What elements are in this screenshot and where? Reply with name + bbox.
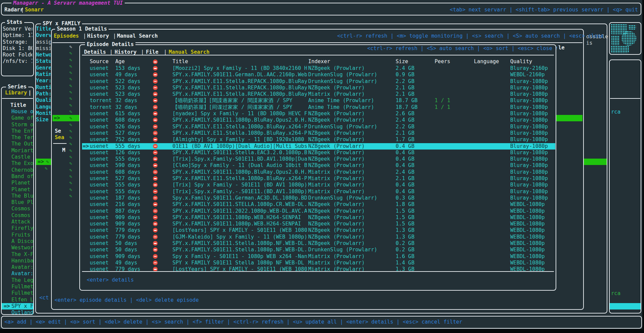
release-quality: Bluray-1080p xyxy=(510,130,548,136)
episode-row[interactable]: ✎ xyxy=(69,180,76,186)
tab-manual-search[interactable]: Manual Search xyxy=(117,33,158,39)
series-row[interactable]: Hanniba xyxy=(2,258,33,264)
release-row[interactable]: usenet 555 days [Trix].Spy.x.Family.-.S0… xyxy=(82,189,555,195)
episode-row[interactable]: ✎ xyxy=(69,122,76,128)
series-row[interactable]: Cosmos xyxy=(2,206,33,212)
episode-row[interactable]: ✎ xyxy=(69,63,76,70)
release-row[interactable]: usenet 50 days SPY.x.FAMILY.S01E11.Stell… xyxy=(82,247,555,253)
release-row[interactable]: usenet 590 days [Cleo]Spy x Family - 11 … xyxy=(82,162,555,169)
release-row[interactable]: usenet 555 days [Trix] Spy x Family - S0… xyxy=(82,182,555,188)
release-row[interactable]: torrent 32 days 【喵萌奶茶屋】[间谍过家家 / 间谍家家酒 / … xyxy=(82,104,555,111)
release-row[interactable]: usenet 608 days SPY.x.FAMILY.S01E11.1080… xyxy=(82,117,555,123)
series-row[interactable]: House o xyxy=(2,109,33,115)
release-row[interactable]: usenet 522 days SPY.x.FAMILY.E11.Stella.… xyxy=(82,78,555,85)
series-row[interactable]: Fullmet xyxy=(2,284,33,290)
series-row[interactable]: The Leg xyxy=(2,277,33,284)
no-entry-icon xyxy=(153,72,158,77)
episode-row[interactable]: ✎ xyxy=(69,173,76,180)
series-row[interactable]: Avatar: xyxy=(2,270,33,277)
release-row[interactable]: usenet 909 days SPY.x.FAMILY.S01E11.1080… xyxy=(82,221,555,227)
episode-row[interactable]: ✎ xyxy=(69,83,76,89)
series-row[interactable]: Firefly xyxy=(2,225,33,232)
episode-row[interactable]: ✎ xyxy=(69,44,76,50)
episode-row[interactable]: ✎ xyxy=(69,154,76,160)
release-row[interactable]: usenet 608 days SPY.x.FAMILY.S01E11.1080… xyxy=(82,169,555,175)
series-row[interactable]: A Disco xyxy=(2,238,33,245)
series-row[interactable]: Avatar: xyxy=(2,264,33,270)
episode-row[interactable]: ✎ xyxy=(69,148,76,154)
series-row[interactable]: Castle xyxy=(2,154,33,160)
episode-row[interactable]: ✎ xyxy=(69,102,76,109)
pencil-icon: ✎ xyxy=(69,44,72,50)
tab-history[interactable]: History xyxy=(87,33,109,39)
episode-row[interactable]: ✎ xyxy=(69,193,76,199)
release-row[interactable]: usenet 523 days SPY.x.FAMILY.E11.Stella.… xyxy=(82,91,555,97)
series-row[interactable]: Fullmet xyxy=(2,290,33,296)
episode-row[interactable]: ✎ xyxy=(69,57,76,63)
release-row[interactable]: usenet 216 days SPY.x.FAMILY.S01E11.STEL… xyxy=(82,201,555,208)
tab-library[interactable]: Library xyxy=(5,90,27,96)
release-row[interactable]: usenet 523 days SPY.x.FAMILY.E11.Stella.… xyxy=(82,85,555,91)
episode-row[interactable]: ✎ xyxy=(69,50,76,56)
tab-radarr[interactable]: Radarr xyxy=(4,7,23,13)
series-row[interactable]: Chernob xyxy=(2,167,33,173)
release-row[interactable]: usenet 909 days Spy x Family - S01E11 - … xyxy=(82,253,555,260)
series-row[interactable]: Fruits xyxy=(2,232,33,238)
selected-series-row-highlight[interactable] xyxy=(610,303,641,309)
episode-row[interactable]: ✎ xyxy=(69,128,76,134)
release-row[interactable]: usenet 126 days SPY.X.FAMILY.S01E11.Stel… xyxy=(82,150,555,156)
series-row[interactable]: Game of xyxy=(2,115,33,121)
series-row[interactable]: Attack xyxy=(2,219,33,225)
series-row[interactable]: The Enf xyxy=(2,128,33,134)
episode-row[interactable]: ✎ xyxy=(69,167,76,173)
release-row[interactable]: usenet 527 days SPY.x.FAMILY.E11.Stella.… xyxy=(82,175,555,182)
episode-row[interactable]: ✎ xyxy=(69,109,76,115)
episode-row[interactable]: ✎ xyxy=(69,160,76,167)
release-row[interactable]: usenet 49 days SPY.x.FAMILY.S01E11.Germa… xyxy=(82,72,555,78)
release-row[interactable]: usenet 887 days SPY.x.FAMILY.S01E11.2022… xyxy=(82,208,555,214)
managarr-logo-art-icon xyxy=(611,46,629,53)
series-row[interactable]: Westwor xyxy=(2,245,33,251)
release-row[interactable]: usenet 615 days [nyadex] Spy x Family - … xyxy=(82,111,555,117)
release-size: 1.7 GB xyxy=(396,136,414,143)
release-row[interactable]: usenet 779 days [GJM-Kaleido] Spy x Fami… xyxy=(82,234,555,240)
series-row[interactable]: The Blu xyxy=(2,193,33,199)
episode-row[interactable]: ✎ xyxy=(69,186,76,193)
release-row[interactable]: usenet 527 days SPY.x.FAMILY.E11.Stella.… xyxy=(82,130,555,136)
episode-row[interactable]: ✎ xyxy=(69,70,76,76)
release-row[interactable]: usenet 49 days SPY x FAMILY S01E11 Stell… xyxy=(82,260,555,266)
series-row[interactable]: Moriart xyxy=(2,148,33,154)
release-row[interactable]: torrent 32 days 【喵萌奶茶屋】[間諜過家家 / 間諜家家酒 / … xyxy=(82,97,555,104)
series-row[interactable]: => SPY x F xyxy=(2,303,33,309)
stats-line: Uptime: 17 xyxy=(3,32,32,39)
series-row[interactable]: Planet xyxy=(2,186,33,193)
series-row[interactable]: Band of xyxy=(2,173,33,180)
episode-row[interactable]: ✎ xyxy=(69,134,76,141)
episode-row[interactable]: ✎ xyxy=(69,89,76,95)
series-row[interactable]: Planet xyxy=(2,180,33,186)
series-row[interactable]: Elfen L xyxy=(2,297,33,303)
episode-row[interactable]: ✎ xyxy=(69,115,76,121)
release-row[interactable]: usenet 752 days [Almighty] Spy x Family … xyxy=(82,136,555,143)
series-row[interactable]: The Ter xyxy=(2,134,33,141)
series-row[interactable]: The X-F xyxy=(2,251,33,258)
series-row[interactable]: The Out xyxy=(2,141,33,147)
tab-episodes[interactable]: Episodes xyxy=(54,33,79,39)
release-row[interactable]: usenet 779 days [LostYears] SPY x FAMILY… xyxy=(82,227,555,234)
series-row[interactable]: Blue Pl xyxy=(2,199,33,206)
release-row[interactable]: usenet 153 days [Moozzi2] Spy x Family -… xyxy=(82,65,555,72)
series-row[interactable]: The Exo xyxy=(2,160,33,167)
release-row[interactable]: usenet 50 days SPY.x.FAMILY.S01E11.Stell… xyxy=(82,240,555,247)
series-row[interactable]: Cosmos xyxy=(2,212,33,219)
tab-sonarr[interactable]: Sonarr xyxy=(25,7,44,13)
release-row[interactable]: => usenet 555 days 01E11 (BD AV1 1080p)[… xyxy=(82,143,555,150)
release-row[interactable]: usenet 909 days SPY.x.FAMILY.S01E11.1080… xyxy=(82,214,555,221)
release-row[interactable]: usenet 187 days Spy.x.Family.S01E11.Germ… xyxy=(82,195,555,201)
series-row[interactable]: Storm o xyxy=(2,122,33,128)
episode-row[interactable]: ✎ xyxy=(69,76,76,82)
series-row[interactable]: Outland xyxy=(2,309,33,316)
episode-row[interactable]: ✎ xyxy=(69,95,76,102)
episode-row[interactable]: ✎ xyxy=(69,141,76,147)
release-row[interactable]: usenet 555 days [Trix].Spy.x.Family-S01E… xyxy=(82,156,555,162)
release-row[interactable]: usenet 526 days SPY.x.FAMILY.E11.Stella.… xyxy=(82,124,555,130)
